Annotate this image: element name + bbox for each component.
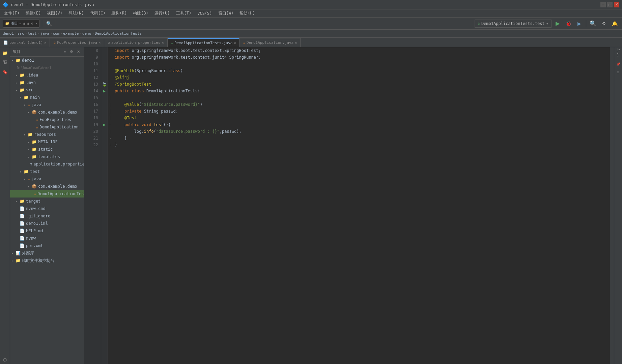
toolbar-settings-btn[interactable]: ⚙ (599, 19, 609, 28)
breadcrumb-test[interactable]: test (28, 31, 37, 36)
tab-demo1-app[interactable]: ☕ Demo1Application.java ✕ (239, 38, 301, 47)
toolbar-search-btn[interactable]: 🔍 (44, 19, 54, 28)
sidebar-close-btn[interactable]: ✕ (75, 49, 81, 55)
breadcrumb-src[interactable]: src (18, 31, 24, 36)
fold-14[interactable]: ─ (108, 88, 112, 94)
left-icon-strip: 📁 🏗 🔖 ⬡ (0, 47, 10, 364)
menu-vcs[interactable]: VCS(S) (195, 9, 215, 18)
title-bar-controls[interactable]: ─ □ ✕ (600, 2, 619, 7)
toolbar-search-everywhere[interactable]: 🔍 (588, 19, 598, 28)
tree-resources[interactable]: ▾ 📁 resources (10, 131, 84, 138)
tree-demo1-tests-file[interactable]: ▸ ☕ Demo1ApplicationTest... (10, 190, 84, 198)
menu-help[interactable]: 帮助(H) (237, 9, 258, 18)
breadcrumb-java[interactable]: java (40, 31, 49, 36)
tree-demo1-root[interactable]: ▾ 📁 demo1 (10, 57, 84, 64)
breadcrumb-class[interactable]: Demo1ApplicationTests (95, 31, 142, 36)
tree-src[interactable]: ▾ 📁 src (10, 86, 84, 94)
tree-meta-inf[interactable]: ▸ 📁 META-INF (10, 138, 84, 146)
tree-com-example[interactable]: ▾ 📦 com.example.demo (10, 109, 84, 116)
tab-foo-properties[interactable]: ☕ FooProperties.java ✕ (50, 38, 104, 47)
tab-app-prop-close[interactable]: ✕ (162, 41, 164, 44)
menu-refactor[interactable]: 重构(R) (109, 9, 130, 18)
fold-22[interactable]: └ (108, 142, 112, 148)
tree-pom-xml[interactable]: ▸ 📄 pom.xml (10, 242, 84, 249)
fold-9 (108, 54, 112, 61)
menu-build[interactable]: 构建(B) (130, 9, 151, 18)
tree-mvnw-cmd[interactable]: ▸ 📄 mvnw.cmd (10, 205, 84, 212)
tree-java-main[interactable]: ▾ ☕ java (10, 101, 84, 109)
run-button[interactable]: ▶ (553, 19, 562, 28)
sidebar-settings-btn[interactable]: ⚙ (68, 49, 75, 55)
tab-pom-xml[interactable]: 📄 pom.xml (demo1) ✕ (0, 38, 50, 47)
tree-external-libs[interactable]: ▸ 📊 外部库 (10, 249, 84, 257)
menu-file[interactable]: 文件(F) (1, 9, 22, 18)
maximize-button[interactable]: □ (607, 2, 613, 7)
menu-run[interactable]: 运行(U) (152, 9, 173, 18)
right-btn-1[interactable]: 📌 (615, 61, 622, 67)
scroll-indicator[interactable] (610, 47, 614, 364)
tree-app-properties[interactable]: ▸ ⚙ application.properties (10, 160, 84, 168)
tree-foo-properties[interactable]: ▸ ☕ FooProperties (10, 116, 84, 123)
tree-static[interactable]: ▸ 📁 static (10, 146, 84, 153)
tree-idea[interactable]: ▸ 📁 .idea (10, 71, 84, 79)
right-toolbar-label: Java (616, 49, 620, 57)
icon-bottom-toggle[interactable]: ⬡ (1, 355, 9, 364)
code-area[interactable]: import org.springframework.boot.test.con… (112, 47, 610, 364)
icon-bookmarks[interactable]: 🔖 (1, 67, 9, 76)
fold-19[interactable]: ─ (108, 121, 112, 128)
fold-8 (108, 47, 112, 54)
tree-target[interactable]: ▸ 📁 target (10, 198, 84, 205)
tree-mvn[interactable]: ▸ 📁 .mvn (10, 79, 84, 86)
debug-button[interactable]: 🐞 (564, 19, 573, 28)
tab-pom-close[interactable]: ✕ (44, 41, 46, 44)
right-btn-2[interactable]: ≡ (615, 69, 622, 75)
run-gutter-icon[interactable]: ▶ (103, 89, 106, 93)
run-config-dropdown-icon[interactable]: ▾ (546, 21, 548, 26)
run-with-coverage-btn[interactable]: ▶ (574, 19, 584, 28)
tab-app-close[interactable]: ✕ (295, 41, 297, 44)
minimize-button[interactable]: ─ (600, 2, 606, 7)
menu-window[interactable]: 窗口(W) (216, 9, 236, 18)
menu-tools[interactable]: 工具(T) (173, 9, 194, 18)
tree-label-foo: FooProperties (39, 117, 71, 122)
breadcrumb-com[interactable]: com (53, 31, 60, 36)
fold-21[interactable]: └ (108, 135, 112, 142)
tree-demo1-iml[interactable]: ▸ 📄 demo1.iml (10, 220, 84, 227)
tree-com-example-test[interactable]: ▾ 📦 com.example.demo (10, 183, 84, 190)
menu-edit[interactable]: 编辑(E) (23, 9, 44, 18)
menu-navigate[interactable]: 导航(N) (66, 9, 87, 18)
icon-structure[interactable]: 🏗 (1, 58, 9, 67)
tab-app-properties[interactable]: ⚙ application.properties ✕ (104, 38, 167, 47)
close-button[interactable]: ✕ (614, 2, 619, 7)
tree-demo1-app[interactable]: ▸ ☕ Demo1Application (10, 123, 84, 131)
tab-foo-close[interactable]: ✕ (98, 41, 101, 44)
run-test-icon[interactable]: ▶ (103, 122, 106, 127)
tree-templates[interactable]: ▸ 📁 templates (10, 153, 84, 160)
toolbar-notifications-btn[interactable]: 🔔 (610, 19, 619, 28)
tree-label-iml: demo1.iml (26, 221, 48, 226)
tree-main[interactable]: ▾ 📁 main (10, 94, 84, 101)
tree-arrow-resources: ▾ (24, 133, 28, 136)
breadcrumb-demo1[interactable]: demo1 (3, 31, 14, 36)
tree-help-md[interactable]: ▸ 📄 HELP.md (10, 227, 84, 235)
tree-arrow-java-test: ▾ (24, 177, 28, 181)
tree-icon-iml: 📄 (20, 221, 25, 226)
menu-view[interactable]: 视图(V) (44, 9, 65, 18)
breadcrumb-demo[interactable]: demo (82, 31, 91, 36)
run-config[interactable]: ☕ Demo1ApplicationTests.test ▾ (475, 20, 552, 28)
tree-java-test[interactable]: ▾ ☕ java (10, 175, 84, 183)
menu-code[interactable]: 代码(C) (87, 9, 108, 18)
tree-mvnw[interactable]: ▸ 📄 mvnw (10, 235, 84, 242)
tree-label-demo1: demo1 (22, 58, 34, 63)
tree-test[interactable]: ▾ 📁 test (10, 168, 84, 175)
breadcrumb-example[interactable]: example (63, 31, 79, 36)
code-line-13: @SpringBootTest (115, 81, 607, 88)
toolbar-sep-1 (42, 20, 42, 27)
tab-demo1-tests[interactable]: ☕ Demo1ApplicationTests.java ✕ (168, 38, 240, 47)
tab-app-label: Demo1Application.java (247, 40, 293, 45)
sidebar-collapse-btn[interactable]: ≡ (62, 49, 68, 55)
tree-gitignore[interactable]: ▸ 📄 .gitignore (10, 212, 84, 220)
tab-tests-close[interactable]: ✕ (234, 41, 236, 45)
tree-scratch[interactable]: ▸ 📁 临时文件和控制台 (10, 257, 84, 264)
icon-project-view[interactable]: 📁 (1, 49, 9, 57)
